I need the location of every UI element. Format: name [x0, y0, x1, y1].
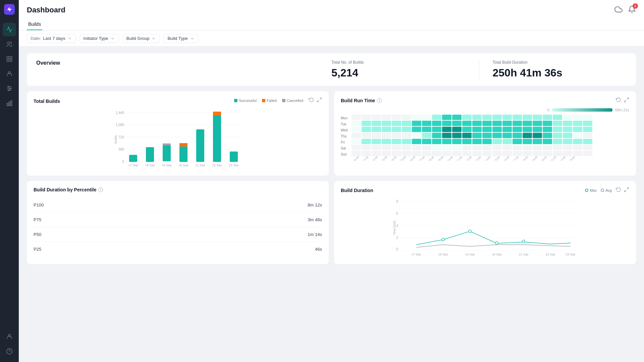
svg-text:4: 4 — [396, 224, 398, 228]
heatmap-cell-sat-17 — [523, 145, 532, 150]
refresh-button-runtime[interactable] — [616, 97, 621, 104]
overview-header: Overview — [36, 60, 331, 75]
sliders-icon — [6, 85, 13, 92]
expand-icon-3 — [624, 187, 629, 192]
bottom-row: Build Duration by Percentile i P100 8m 1… — [27, 181, 636, 264]
app-logo[interactable] — [4, 4, 15, 15]
heatmap-cell-wed-14 — [492, 127, 502, 132]
total-builds-bar-chart: 1,440 1,080 720 360 0 17 Sep — [34, 109, 322, 170]
heatmap-cell-tue-18 — [533, 121, 542, 126]
heatmap-cell-thu-6 — [412, 133, 421, 138]
heatmap-cell-fri-10 — [452, 139, 462, 144]
svg-rect-12 — [7, 103, 8, 106]
heatmap-cell-thu-10 — [452, 133, 462, 138]
profile-icon — [6, 333, 13, 340]
heatmap-cell-thu-13 — [482, 133, 492, 138]
sidebar-item-settings[interactable] — [3, 82, 16, 95]
legend-cancelled: Cancelled — [282, 97, 303, 104]
heatmap-cell-tue-19 — [543, 121, 552, 126]
refresh-button-duration[interactable] — [616, 187, 621, 194]
charts-row: Total Builds Successful Failed — [27, 91, 636, 176]
heatmap-day-labels: Mon Tue Wed Thu Fri Sat Sun — [341, 115, 350, 161]
svg-text:23 Sep: 23 Sep — [566, 253, 576, 256]
heatmap-cell-mon-20 — [553, 115, 562, 120]
expand-button-runtime[interactable] — [624, 97, 629, 104]
percentile-val-p50: 1m 14s — [308, 232, 322, 237]
gradient-bar — [552, 108, 612, 112]
total-duration-value: 250h 41m 36s — [493, 67, 627, 79]
heatmap-row-wed — [352, 127, 629, 132]
heatmap-cell-mon-21 — [563, 115, 572, 120]
users-icon — [6, 41, 13, 48]
svg-rect-35 — [163, 143, 171, 145]
header: Dashboard 2 Builds — [19, 0, 644, 31]
cloud-icon — [614, 5, 623, 13]
heatmap-cell-wed-23 — [583, 127, 592, 132]
sidebar-item-people[interactable] — [3, 67, 16, 80]
notification-icon-btn[interactable]: 2 — [628, 5, 636, 15]
svg-text:23 Sep: 23 Sep — [229, 164, 239, 167]
filter-initiator-type[interactable]: Initiator Type — [80, 34, 119, 43]
heatmap-cell-thu-5 — [402, 133, 411, 138]
heatmap-cell-wed-10 — [452, 127, 462, 132]
heatmap-cell-sat-16 — [513, 145, 522, 150]
sidebar-item-users[interactable] — [3, 38, 16, 51]
sidebar-item-reports[interactable] — [3, 97, 16, 110]
filter-build-group[interactable]: Build Group — [123, 34, 160, 43]
heatmap-cell-thu-2 — [372, 133, 381, 138]
heatmap-cell-tue-15 — [502, 121, 512, 126]
heatmap-cell-thu-23 — [583, 133, 592, 138]
percentile-row-p25: P25 46s — [34, 242, 322, 256]
filter-date[interactable]: Date: Last 7 days — [27, 34, 76, 43]
total-builds-value: 5,214 — [331, 67, 466, 79]
cloud-icon-btn[interactable] — [614, 5, 623, 15]
svg-rect-32 — [146, 147, 154, 162]
sidebar-item-profile[interactable] — [3, 330, 16, 343]
sidebar-item-dashboard[interactable] — [3, 52, 16, 66]
heatmap-cell-thu-19 — [543, 133, 552, 138]
refresh-button-builds[interactable] — [309, 97, 314, 104]
heatmap-cell-mon-1 — [362, 115, 371, 120]
heatmap-cell-tue-3 — [382, 121, 391, 126]
filter-build-type[interactable]: Build Type — [164, 34, 198, 43]
tab-builds[interactable]: Builds — [27, 19, 42, 30]
heatmap-cell-mon-3 — [382, 115, 391, 120]
heatmap-cell-sat-23 — [583, 145, 592, 150]
svg-text:20 Sep: 20 Sep — [179, 164, 189, 167]
svg-point-10 — [10, 88, 11, 89]
heatmap-cell-fri-13 — [482, 139, 492, 144]
overview-content: Total No. of Builds 5,214 Total Build Du… — [331, 60, 627, 79]
sidebar-item-analytics[interactable] — [3, 23, 16, 36]
svg-rect-13 — [9, 102, 10, 106]
expand-button-duration[interactable] — [624, 187, 629, 194]
percentile-card: Build Duration by Percentile i P100 8m 1… — [27, 181, 329, 264]
heatmap-cell-fri-7 — [422, 139, 431, 144]
expand-button-builds[interactable] — [317, 97, 322, 104]
svg-text:17 Sep: 17 Sep — [128, 164, 138, 167]
svg-text:360: 360 — [118, 147, 124, 151]
svg-point-64 — [495, 242, 498, 244]
svg-point-62 — [442, 238, 444, 241]
filter-date-value: Last 7 days — [43, 36, 65, 41]
heatmap-cell-sat-15 — [502, 145, 512, 150]
sidebar-item-help[interactable] — [3, 345, 16, 358]
svg-text:0: 0 — [396, 247, 398, 251]
heatmap-container: Mon Tue Wed Thu Fri Sat Sun — [341, 115, 629, 161]
heatmap-cell-mon-19 — [543, 115, 552, 120]
heatmap-cell-wed-2 — [372, 127, 381, 132]
heatmap-cell-thu-22 — [573, 133, 582, 138]
heatmap-cell-wed-17 — [523, 127, 532, 132]
svg-point-65 — [522, 240, 525, 243]
heatmap-cell-fri-9 — [442, 139, 451, 144]
heatmap-cell-sat-21 — [563, 145, 572, 150]
heatmap-cell-fri-2 — [372, 139, 381, 144]
heatmap-cell-fri-18 — [533, 139, 542, 144]
help-icon — [6, 348, 13, 355]
heatmap-cell-sat-11 — [462, 145, 472, 150]
heatmap-row-fri — [352, 139, 629, 144]
heatmap-cell-fri-8 — [432, 139, 441, 144]
heatmap-cell-thu-0 — [352, 133, 361, 138]
info-icon-percentile: i — [98, 187, 103, 192]
day-sat: Sat — [341, 145, 350, 151]
svg-point-0 — [7, 42, 10, 44]
